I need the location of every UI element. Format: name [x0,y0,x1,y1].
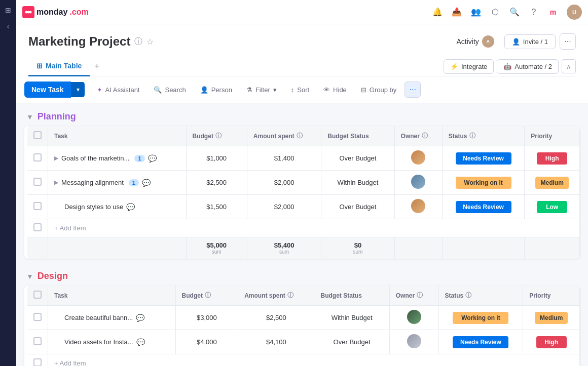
user-avatar[interactable]: U [567,5,582,20]
integrate-button[interactable]: ⚡ Integrate [444,59,494,74]
filter-button[interactable]: ⚗ Filter ▾ [240,83,283,97]
amount-col-header: Amount spent ⓘ [247,126,321,146]
team-icon[interactable]: 👥 [470,7,482,18]
status-badge[interactable]: Needs Review [456,152,511,165]
amount-info-icon[interactable]: ⓘ [287,291,293,300]
priority-col-header: Priority [523,286,580,306]
info-icon[interactable]: ⓘ [134,36,142,47]
owner-info-icon[interactable]: ⓘ [417,291,423,300]
search-icon[interactable]: 🔍 [509,7,520,18]
search-button[interactable]: 🔍 Search [148,83,192,97]
row-checkbox[interactable] [33,358,42,366]
status-cell[interactable]: Needs Review [442,195,524,219]
toolbar-more-button[interactable]: ··· [405,82,421,98]
priority-badge[interactable]: High [537,152,567,165]
new-task-dropdown-button[interactable]: ▾ [71,82,85,97]
add-item-cell[interactable]: + Add Item [48,354,580,367]
help-icon[interactable]: ? [528,7,539,18]
automate-button[interactable]: 🤖 Automate / 2 [497,59,559,74]
group-by-button[interactable]: ⊟ Group by [355,83,402,97]
priority-cell[interactable]: High [523,330,580,354]
status-cell[interactable]: Needs Review [438,330,523,354]
logo: monday.com [22,6,89,18]
activity-label: Activity [457,37,479,46]
status-cell[interactable]: Working on it [442,171,524,195]
budget-cell: $2,500 [186,171,247,195]
activity-button[interactable]: Activity A [451,32,500,51]
chat-icon[interactable]: 💬 [148,154,157,162]
row-checkbox[interactable] [33,223,42,231]
priority-cell[interactable]: High [525,146,580,171]
sum-budget-label: sum [193,249,241,255]
status-badge[interactable]: Working on it [456,177,511,189]
bell-icon[interactable]: 🔔 [432,7,443,18]
add-item-cell[interactable]: + Add Item [48,219,580,237]
budget-info-icon[interactable]: ⓘ [215,132,222,140]
priority-badge[interactable]: Medium [535,177,568,189]
chat-icon[interactable]: 💬 [136,338,145,346]
status-badge[interactable]: Needs Review [453,336,508,348]
priority-cell[interactable]: Low [525,195,580,219]
owner-col-header: Owner ⓘ [394,126,442,146]
priority-cell[interactable]: Medium [525,171,580,195]
row-checkbox[interactable] [33,153,42,161]
bstatus-value: Over Budget [339,154,376,162]
sort-button[interactable]: ↕ Sort [285,83,315,97]
add-item-checkbox [26,354,48,367]
sum-amount-label: sum [253,249,315,255]
status-info-icon[interactable]: ⓘ [469,132,475,140]
apps-icon[interactable]: ⬡ [490,7,501,18]
owner-info-icon[interactable]: ⓘ [422,132,428,140]
row-checkbox[interactable] [33,337,42,345]
more-options-button[interactable]: ··· [560,33,576,50]
expand-arrow[interactable]: ▶ [54,179,58,186]
task-name-cell: ▶ Messaging alignment 1 💬 [48,171,187,195]
row-checkbox-cell [26,195,48,219]
row-checkbox-cell [26,306,48,330]
status-cell[interactable]: Needs Review [442,146,524,171]
planning-chevron[interactable]: ▼ [26,113,33,121]
chat-icon[interactable]: 💬 [136,314,144,322]
status-badge[interactable]: Working on it [453,312,508,324]
invite-button[interactable]: 👤 Invite / 1 [504,34,556,49]
chat-icon[interactable]: 💬 [142,179,151,187]
budget-value: $1,000 [206,154,227,162]
select-all-checkbox[interactable] [33,291,42,299]
status-badge[interactable]: Needs Review [456,201,511,213]
status-info-icon[interactable]: ⓘ [465,291,471,300]
select-all-checkbox[interactable] [33,131,42,139]
inbox-icon[interactable]: 📥 [451,7,462,18]
status-cell[interactable]: Working on it [438,306,523,330]
amount-info-icon[interactable]: ⓘ [297,132,303,140]
checkbox-col-header [26,286,48,306]
grid-icon[interactable]: ⊞ [3,5,13,15]
row-checkbox[interactable] [33,313,42,321]
sum-empty-5 [525,237,580,259]
collapse-button[interactable]: ∧ [562,59,576,73]
design-chevron[interactable]: ▼ [26,272,33,280]
owner-avatar [411,150,425,165]
row-checkbox[interactable] [33,202,42,210]
budget-info-icon[interactable]: ⓘ [205,291,211,300]
task-name-text: Video assets for Insta... [64,338,133,346]
hide-button[interactable]: 👁 Hide [317,83,353,97]
expand-arrow[interactable]: ▶ [54,155,58,161]
star-icon[interactable]: ☆ [146,37,154,47]
priority-badge[interactable]: Medium [535,312,568,324]
row-checkbox[interactable] [33,178,42,186]
ai-assistant-button[interactable]: ✦ AI Assistant [91,83,146,97]
budget-col-header: Budget ⓘ [186,126,247,146]
task-badge: 1 [134,155,144,162]
tab-main-table[interactable]: ⊞ Main Table [28,57,90,76]
bstatus-cell: Over Budget [321,146,394,171]
bstatus-cell: Within Budget [314,306,389,330]
tab-add-button[interactable]: + [90,59,104,73]
priority-badge[interactable]: High [536,336,567,348]
priority-cell[interactable]: Medium [523,306,580,330]
new-task-main-button[interactable]: New Task [24,82,71,98]
left-arrow-icon[interactable]: ‹ [3,21,13,31]
person-button[interactable]: 👤 Person [194,83,238,97]
priority-badge[interactable]: Low [537,201,567,213]
sum-empty-3 [394,237,442,259]
chat-icon[interactable]: 💬 [126,203,135,211]
